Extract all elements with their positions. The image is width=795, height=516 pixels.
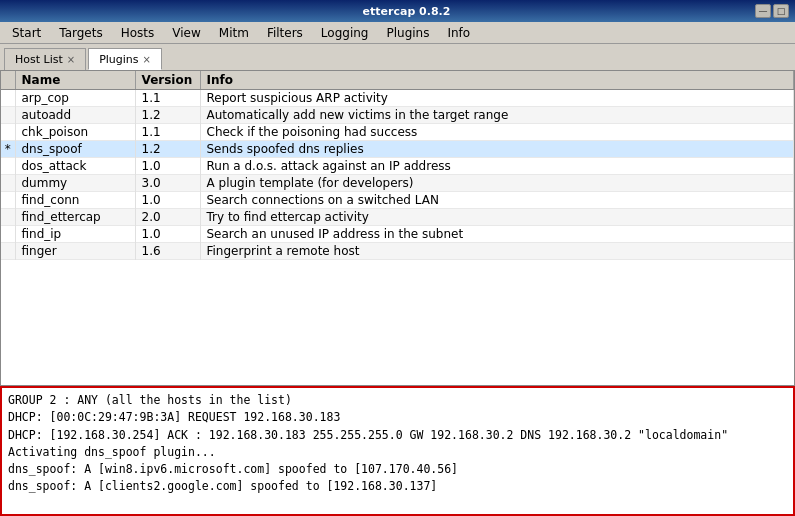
table-row[interactable]: find_ettercap2.0Try to find ettercap act…	[1, 209, 794, 226]
plugin-info: Report suspicious ARP activity	[200, 90, 794, 107]
window-controls: — □	[755, 4, 789, 18]
log-line: DHCP: [192.168.30.254] ACK : 192.168.30.…	[8, 427, 787, 444]
col-marker	[1, 71, 15, 90]
plugin-version: 1.1	[135, 90, 200, 107]
plugin-active-marker	[1, 226, 15, 243]
plugin-version: 1.2	[135, 141, 200, 158]
plugin-name: find_ettercap	[15, 209, 135, 226]
plugin-version: 1.0	[135, 192, 200, 209]
menu-item-logging[interactable]: Logging	[313, 23, 377, 43]
plugin-name: autoadd	[15, 107, 135, 124]
plugin-name: chk_poison	[15, 124, 135, 141]
table-row[interactable]: find_ip1.0Search an unused IP address in…	[1, 226, 794, 243]
plugin-active-marker	[1, 158, 15, 175]
menu-item-mitm[interactable]: Mitm	[211, 23, 257, 43]
log-line: dns_spoof: A [clients2.google.com] spoof…	[8, 478, 787, 495]
plugin-version: 1.0	[135, 226, 200, 243]
tab-close-button[interactable]: ×	[67, 54, 75, 65]
plugin-version: 1.0	[135, 158, 200, 175]
log-line: dns_spoof: A [win8.ipv6.microsoft.com] s…	[8, 461, 787, 478]
plugin-version: 2.0	[135, 209, 200, 226]
tab-close-button[interactable]: ×	[143, 54, 151, 65]
plugin-name: arp_cop	[15, 90, 135, 107]
plugin-version: 1.6	[135, 243, 200, 260]
plugin-active-marker	[1, 243, 15, 260]
plugin-info: Search an unused IP address in the subne…	[200, 226, 794, 243]
tab-plugins[interactable]: Plugins×	[88, 48, 162, 70]
plugin-active-marker	[1, 124, 15, 141]
plugin-active-marker	[1, 175, 15, 192]
table-row[interactable]: dos_attack1.0Run a d.o.s. attack against…	[1, 158, 794, 175]
menu-item-hosts[interactable]: Hosts	[113, 23, 163, 43]
minimize-button[interactable]: —	[755, 4, 771, 18]
plugin-active-marker	[1, 107, 15, 124]
plugin-info: Search connections on a switched LAN	[200, 192, 794, 209]
plugin-info: A plugin template (for developers)	[200, 175, 794, 192]
table-row[interactable]: *dns_spoof1.2Sends spoofed dns replies	[1, 141, 794, 158]
plugin-active-marker	[1, 192, 15, 209]
plugin-table: Name Version Info arp_cop1.1Report suspi…	[1, 71, 794, 260]
table-row[interactable]: finger1.6Fingerprint a remote host	[1, 243, 794, 260]
plugin-version: 1.1	[135, 124, 200, 141]
table-row[interactable]: find_conn1.0Search connections on a swit…	[1, 192, 794, 209]
plugin-name: dns_spoof	[15, 141, 135, 158]
plugin-table-container: Name Version Info arp_cop1.1Report suspi…	[0, 70, 795, 386]
plugin-name: find_conn	[15, 192, 135, 209]
plugin-active-marker	[1, 90, 15, 107]
maximize-button[interactable]: □	[773, 4, 789, 18]
menu-item-filters[interactable]: Filters	[259, 23, 311, 43]
table-row[interactable]: chk_poison1.1Check if the poisoning had …	[1, 124, 794, 141]
plugin-version: 3.0	[135, 175, 200, 192]
col-name: Name	[15, 71, 135, 90]
table-row[interactable]: autoadd1.2Automatically add new victims …	[1, 107, 794, 124]
plugin-info: Run a d.o.s. attack against an IP addres…	[200, 158, 794, 175]
menu-item-plugins[interactable]: Plugins	[378, 23, 437, 43]
menu-bar: StartTargetsHostsViewMitmFiltersLoggingP…	[0, 22, 795, 44]
plugin-info: Sends spoofed dns replies	[200, 141, 794, 158]
plugin-list: arp_cop1.1Report suspicious ARP activity…	[1, 90, 794, 260]
menu-item-targets[interactable]: Targets	[51, 23, 110, 43]
main-area: Name Version Info arp_cop1.1Report suspi…	[0, 70, 795, 516]
log-line: Activating dns_spoof plugin...	[8, 444, 787, 461]
tab-label: Host List	[15, 53, 63, 66]
title-bar: ettercap 0.8.2 — □	[0, 0, 795, 22]
table-header: Name Version Info	[1, 71, 794, 90]
col-version: Version	[135, 71, 200, 90]
col-info: Info	[200, 71, 794, 90]
plugin-info: Try to find ettercap activity	[200, 209, 794, 226]
menu-item-view[interactable]: View	[164, 23, 208, 43]
plugin-version: 1.2	[135, 107, 200, 124]
plugin-name: finger	[15, 243, 135, 260]
log-line: GROUP 2 : ANY (all the hosts in the list…	[8, 392, 787, 409]
plugin-active-marker	[1, 209, 15, 226]
table-row[interactable]: arp_cop1.1Report suspicious ARP activity	[1, 90, 794, 107]
plugin-name: find_ip	[15, 226, 135, 243]
tab-bar: Host List×Plugins×	[0, 44, 795, 70]
log-line: DHCP: [00:0C:29:47:9B:3A] REQUEST 192.16…	[8, 409, 787, 426]
window-title: ettercap 0.8.2	[58, 5, 755, 18]
tab-host-list[interactable]: Host List×	[4, 48, 86, 70]
plugin-info: Fingerprint a remote host	[200, 243, 794, 260]
plugin-info: Automatically add new victims in the tar…	[200, 107, 794, 124]
menu-item-start[interactable]: Start	[4, 23, 49, 43]
plugin-name: dummy	[15, 175, 135, 192]
menu-item-info[interactable]: Info	[439, 23, 478, 43]
plugin-name: dos_attack	[15, 158, 135, 175]
table-row[interactable]: dummy3.0A plugin template (for developer…	[1, 175, 794, 192]
log-area: GROUP 2 : ANY (all the hosts in the list…	[0, 386, 795, 516]
plugin-active-marker: *	[1, 141, 15, 158]
plugin-info: Check if the poisoning had success	[200, 124, 794, 141]
tab-label: Plugins	[99, 53, 138, 66]
